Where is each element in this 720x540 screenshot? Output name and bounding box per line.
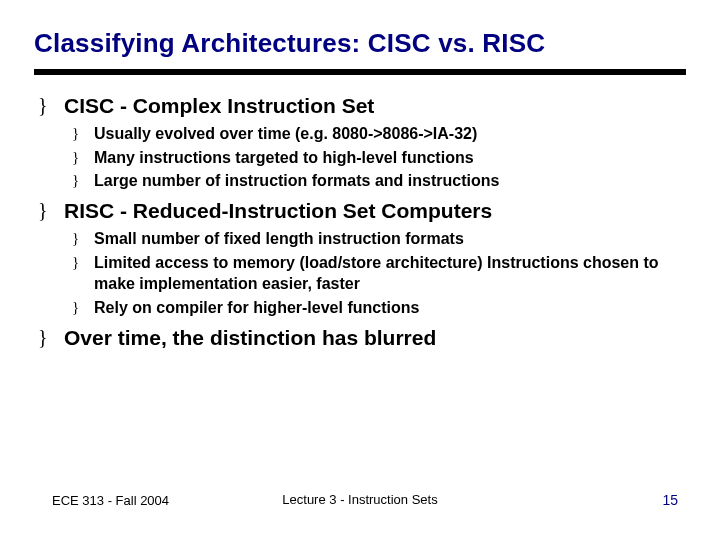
footer: ECE 313 - Fall 2004 Lecture 3 - Instruct… <box>0 492 720 508</box>
bullet-blur: Over time, the distinction has blurred <box>38 325 686 351</box>
sub-item: Usually evolved over time (e.g. 8080->80… <box>72 123 686 145</box>
slide-title: Classifying Architectures: CISC vs. RISC <box>34 28 686 59</box>
sub-item: Many instructions targeted to high-level… <box>72 147 686 169</box>
bullet-list: CISC - Complex Instruction Set Usually e… <box>34 93 686 351</box>
sub-item: Limited access to memory (load/store arc… <box>72 252 686 295</box>
footer-left: ECE 313 - Fall 2004 <box>52 493 169 508</box>
sub-item: Large number of instruction formats and … <box>72 170 686 192</box>
footer-page-number: 15 <box>662 492 678 508</box>
slide: Classifying Architectures: CISC vs. RISC… <box>0 0 720 351</box>
sub-list-cisc: Usually evolved over time (e.g. 8080->80… <box>38 123 686 192</box>
bullet-cisc: CISC - Complex Instruction Set <box>38 93 686 119</box>
bullet-risc: RISC - Reduced-Instruction Set Computers <box>38 198 686 224</box>
sub-item: Rely on compiler for higher-level functi… <box>72 297 686 319</box>
sub-item: Small number of fixed length instruction… <box>72 228 686 250</box>
footer-center: Lecture 3 - Instruction Sets <box>282 492 437 507</box>
title-rule <box>34 69 686 75</box>
sub-list-risc: Small number of fixed length instruction… <box>38 228 686 318</box>
